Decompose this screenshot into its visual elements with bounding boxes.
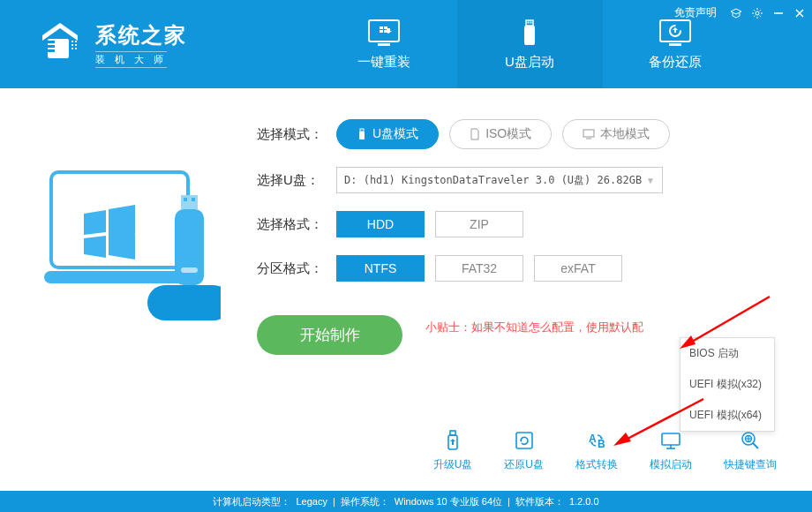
tool-simulate[interactable]: 模拟启动 — [650, 428, 692, 472]
tab-label: U盘启动 — [505, 54, 554, 71]
format-zip[interactable]: ZIP — [435, 211, 523, 237]
header: 系统之家 装 机 大 师 一键重装 U盘启动 备份还原 免责声明 — [0, 0, 812, 88]
tool-label: 模拟启动 — [650, 457, 692, 472]
mode-row: 选择模式： U盘模式 ISO模式 本地模式 — [257, 119, 777, 149]
svg-rect-35 — [516, 433, 532, 448]
logo-title: 系统之家 — [95, 21, 187, 49]
tab-reinstall[interactable]: 一键重装 — [312, 0, 457, 88]
mode-local[interactable]: 本地模式 — [562, 119, 670, 149]
disclaimer-link[interactable]: 免责声明 — [674, 5, 717, 20]
svg-rect-34 — [450, 431, 455, 435]
format-label: 选择格式： — [257, 216, 336, 233]
svg-point-19 — [756, 11, 759, 15]
window-controls: 免责声明 — [674, 5, 807, 20]
iso-icon — [470, 128, 480, 140]
svg-rect-25 — [181, 195, 198, 209]
monitor-icon — [583, 129, 595, 139]
usb-small-icon — [357, 128, 367, 140]
minimize-icon[interactable] — [771, 6, 786, 20]
svg-rect-3 — [48, 49, 55, 52]
udisk-select[interactable]: D: (hd1) KingstonDataTraveler 3.0 (U盘) 2… — [336, 167, 663, 193]
svg-rect-9 — [75, 48, 77, 49]
svg-text:B: B — [598, 438, 605, 450]
svg-rect-7 — [75, 44, 77, 46]
logo-icon — [35, 19, 85, 69]
svg-rect-5 — [75, 41, 77, 42]
menu-uefi64[interactable]: UEFI 模拟(x64) — [680, 400, 774, 431]
tab-usb-boot[interactable]: U盘启动 — [457, 0, 603, 88]
svg-rect-15 — [530, 22, 532, 24]
svg-rect-24 — [147, 285, 221, 320]
mode-label: 选择模式： — [257, 126, 336, 143]
close-icon[interactable] — [793, 6, 807, 20]
boot-type-label: 计算机启动类型： — [213, 495, 290, 508]
udisk-row: 选择U盘： D: (hd1) KingstonDataTraveler 3.0 … — [257, 167, 777, 193]
upgrade-icon — [440, 428, 465, 453]
svg-rect-23 — [175, 209, 204, 285]
tool-restore[interactable]: 还原U盘 — [504, 428, 544, 472]
simulate-icon — [658, 428, 683, 453]
svg-rect-31 — [583, 130, 594, 137]
usb-icon — [511, 18, 548, 49]
menu-bios[interactable]: BIOS 启动 — [680, 338, 774, 369]
tools-bar: 升级U盘 还原U盘 AB 格式转换 模拟启动 快捷键查询 — [433, 428, 777, 472]
tool-label: 快捷键查询 — [724, 457, 777, 472]
svg-rect-2 — [48, 45, 55, 48]
illustration — [35, 119, 234, 486]
os-value: Windows 10 专业版 64位 — [395, 495, 502, 508]
svg-rect-14 — [528, 22, 530, 24]
format-row: 选择格式： HDD ZIP — [257, 211, 777, 237]
partition-ntfs[interactable]: NTFS — [336, 255, 425, 282]
tool-label: 还原U盘 — [504, 457, 544, 472]
format-hdd[interactable]: HDD — [336, 211, 425, 237]
menu-uefi32[interactable]: UEFI 模拟(x32) — [680, 369, 774, 400]
svg-rect-17 — [669, 43, 681, 46]
tool-hotkey[interactable]: 快捷键查询 — [724, 428, 777, 472]
tool-label: 格式转换 — [575, 457, 618, 472]
svg-rect-1 — [48, 41, 55, 43]
svg-rect-30 — [360, 129, 364, 132]
svg-rect-38 — [662, 433, 680, 445]
ver-label: 软件版本： — [515, 495, 564, 508]
gear-icon[interactable] — [750, 6, 764, 20]
convert-icon: AB — [584, 428, 609, 453]
svg-rect-22 — [44, 271, 196, 283]
partition-label: 分区格式： — [257, 260, 336, 277]
svg-rect-4 — [71, 41, 73, 42]
tool-upgrade[interactable]: 升级U盘 — [433, 428, 473, 472]
svg-rect-27 — [192, 198, 195, 201]
svg-rect-26 — [184, 198, 187, 201]
graduate-icon[interactable] — [729, 6, 743, 20]
partition-exfat[interactable]: exFAT — [534, 255, 622, 282]
tab-label: 备份还原 — [649, 54, 702, 71]
svg-rect-13 — [526, 20, 533, 26]
udisk-value: D: (hd1) KingstonDataTraveler 3.0 (U盘) 2… — [344, 173, 642, 188]
svg-line-45 — [753, 443, 758, 448]
status-bar: 计算机启动类型： Legacy | 操作系统： Windows 10 专业版 6… — [0, 491, 812, 512]
start-button[interactable]: 开始制作 — [257, 315, 402, 355]
mode-usb[interactable]: U盘模式 — [336, 119, 439, 149]
os-label: 操作系统： — [341, 495, 389, 508]
svg-rect-11 — [378, 43, 390, 46]
tool-label: 升级U盘 — [433, 457, 473, 472]
udisk-label: 选择U盘： — [257, 172, 336, 189]
svg-rect-8 — [71, 48, 73, 49]
logo: 系统之家 装 机 大 师 — [0, 19, 247, 69]
reinstall-icon — [365, 18, 402, 49]
tip-text: 小贴士：如果不知道怎么配置，使用默认配 — [425, 320, 643, 335]
sep: | — [508, 496, 510, 507]
chevron-down-icon: ▼ — [646, 176, 655, 185]
svg-rect-6 — [71, 44, 73, 46]
boot-type-value: Legacy — [296, 496, 327, 507]
mode-iso[interactable]: ISO模式 — [449, 119, 552, 149]
sep: | — [333, 496, 335, 507]
partition-fat32[interactable]: FAT32 — [435, 255, 523, 282]
tool-convert[interactable]: AB 格式转换 — [575, 428, 618, 472]
restore-icon — [512, 428, 537, 453]
partition-row: 分区格式： NTFS FAT32 exFAT — [257, 255, 777, 282]
hotkey-icon — [738, 428, 763, 453]
backup-icon — [657, 18, 694, 49]
svg-rect-28 — [181, 267, 198, 273]
tab-label: 一键重装 — [357, 54, 410, 71]
svg-rect-29 — [359, 132, 365, 139]
